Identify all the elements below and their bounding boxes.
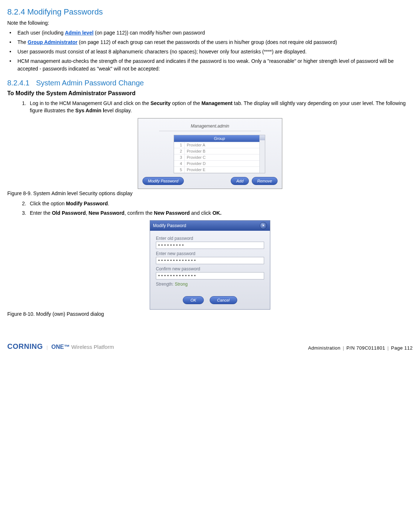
text: , [86, 210, 89, 216]
text: (on page 112)) can modify his/her own pa… [93, 30, 205, 36]
confirm-password-input[interactable]: ••••••••••••• [156, 272, 264, 279]
text: OK. [213, 210, 222, 216]
row-text: Provider A [185, 142, 265, 148]
modify-password-button[interactable]: Modify Password [142, 177, 184, 185]
subsection-number: 8.2.4.1 [7, 79, 29, 87]
text: The [17, 39, 28, 45]
text: Modify Password [66, 201, 108, 206]
new-password-label: Enter new password [156, 251, 264, 256]
confirm-password-label: Confirm new password [156, 266, 264, 271]
row-number: 5 [174, 167, 185, 173]
text: , confirm the [125, 210, 154, 216]
subsection-title: System Admin Password Change [36, 79, 144, 87]
list-item: Click the option Modify Password. [28, 200, 413, 207]
section-heading: 8.2.4 Modifying Passwords [7, 7, 413, 17]
brand-logo: CORNING [7, 342, 43, 351]
new-password-input[interactable]: ••••••••••••• [156, 257, 264, 264]
text: option of the [171, 100, 202, 106]
old-password-label: Enter old password [156, 236, 264, 241]
row-text: Provider C [185, 154, 265, 160]
cancel-button[interactable]: Cancel [210, 296, 237, 304]
table-row[interactable]: 2Provider B [174, 148, 265, 154]
row-text: Provider E [185, 167, 265, 173]
product-subtitle: Wireless Platform [70, 344, 114, 350]
row-number: 3 [174, 154, 185, 160]
procedure-title: To Modify the System Administrator Passw… [7, 90, 413, 97]
footer-pn: P/N 709C011801 [346, 345, 385, 351]
procedure-steps: Log in to the HCM Management GUI and cli… [7, 100, 413, 114]
modify-password-dialog: Modify Password × Enter old password •••… [150, 220, 270, 310]
dialog-title: Modify Password [153, 223, 186, 228]
strength-label: Strength: [156, 282, 175, 287]
subsection-heading: 8.2.4.1System Admin Password Change [7, 79, 413, 87]
add-button[interactable]: Add [231, 177, 249, 185]
link-admin-level[interactable]: Admin level [65, 30, 94, 36]
list-item: The Group Administrator (on page 112) of… [7, 39, 413, 46]
table-row[interactable]: 5Provider E [174, 167, 265, 173]
text: . [108, 201, 109, 206]
text: Management [201, 100, 233, 106]
notes-list: Each user (including Admin level (on pag… [7, 29, 413, 72]
scrollbar[interactable] [259, 135, 265, 173]
link-group-admin[interactable]: Group Administrator [28, 39, 77, 45]
text: Log in to the HCM Management GUI and cli… [30, 100, 150, 106]
text: Each user (including [17, 30, 65, 36]
footer-section: Administration [308, 345, 340, 351]
trademark: ™ [64, 344, 70, 350]
text: Security [150, 100, 170, 106]
strength-value: Strong [175, 282, 187, 287]
footer-page: Page 112 [391, 345, 413, 351]
text: Click the option [30, 201, 66, 206]
row-text: Provider B [185, 148, 265, 154]
row-number: 4 [174, 161, 185, 166]
group-header: Group [174, 135, 265, 142]
list-item: Each user (including Admin level (on pag… [7, 29, 413, 36]
text: Old Password [52, 210, 86, 216]
remove-button[interactable]: Remove [252, 177, 278, 185]
figure-caption: Figure 8-10. Modify (own) Password dialo… [7, 311, 413, 317]
procedure-steps-cont: Click the option Modify Password. Enter … [7, 200, 413, 217]
text: evel display. [104, 108, 132, 113]
group-list: Group 1Provider A 2Provider B 3Provider … [174, 135, 265, 173]
row-number: 1 [174, 142, 185, 148]
table-row[interactable]: 4Provider D [174, 161, 265, 167]
text: and click [190, 210, 212, 216]
list-item: HCM management auto-checks the strength … [7, 57, 413, 72]
table-row[interactable]: 3Provider C [174, 154, 265, 161]
row-text: Provider D [185, 161, 265, 166]
old-password-input[interactable]: ••••••••• [156, 242, 264, 249]
text: New Password [154, 210, 190, 216]
figure-caption: Figure 8-9. System Admin level Security … [7, 190, 413, 196]
panel-title: Management.admin [159, 124, 261, 131]
security-panel-screenshot: Management.admin Group 1Provider A 2Prov… [138, 118, 282, 189]
table-row[interactable]: 1Provider A [174, 142, 265, 148]
row-number: 2 [174, 148, 185, 154]
page-footer: CORNING | ONE™ Wireless Platform Adminis… [7, 342, 413, 351]
list-item: User passwords must consist of at least … [7, 48, 413, 55]
strength-indicator: Strength: Strong [156, 282, 264, 287]
ok-button[interactable]: OK [183, 296, 204, 304]
text: Sys Admin l [75, 108, 104, 113]
intro-text: Note the following: [7, 20, 413, 27]
text: Enter the [30, 210, 52, 216]
close-icon[interactable]: × [260, 222, 267, 229]
product-name: ONE [51, 344, 64, 350]
text: New Password [89, 210, 125, 216]
list-item: Log in to the HCM Management GUI and cli… [28, 100, 413, 114]
text: (on page 112) of each group can reset th… [77, 39, 337, 45]
list-item: Enter the Old Password, New Password, co… [28, 209, 413, 217]
